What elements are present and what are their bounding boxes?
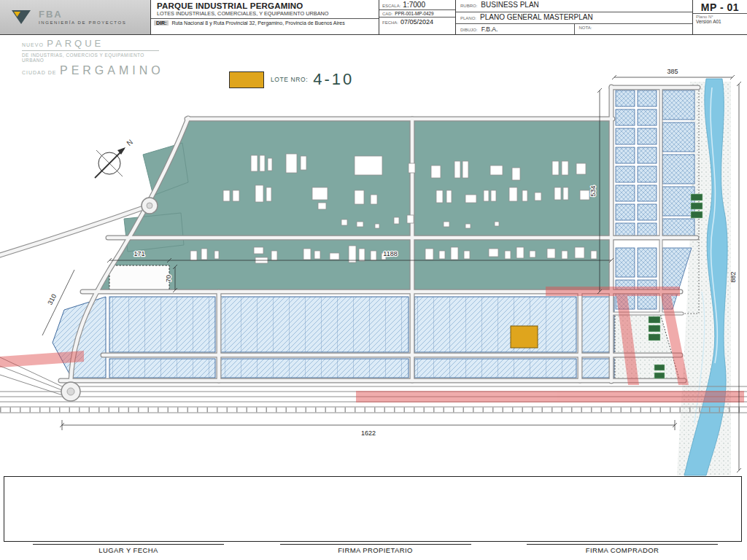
plano-value: PLANO GENERAL MASTERPLAN <box>480 13 593 21</box>
version-label: Versión <box>696 19 712 24</box>
logo-cell: FBA INGENIERÍA DE PROYECTOS <box>0 0 151 34</box>
dir-value: Ruta Nacional 8 y Ruta Provincial 32, Pe… <box>171 20 344 26</box>
signature-place-date: LUGAR Y FECHA <box>33 544 224 554</box>
signature-row: LUGAR Y FECHA FIRMA PROPIETARIO FIRMA CO… <box>4 544 743 554</box>
logo-tagline: INGENIERÍA DE PROYECTOS <box>39 20 126 25</box>
logo-brand: FBA <box>39 9 126 19</box>
dir-label: DIR: <box>154 20 169 26</box>
dashed-reserved-lot <box>109 265 169 290</box>
dibujo-value: F.B.A. <box>481 26 498 33</box>
dibujo-label: DIBUJO: <box>460 28 478 32</box>
parcel-subdivisions <box>109 297 576 378</box>
nota-label: NOTA: <box>579 26 592 30</box>
project-subtitle: LOTES INDUSTRIALES, COMERCIALES, Y EQUIP… <box>151 10 379 18</box>
dim-534: 534 <box>589 185 597 196</box>
sheet-number: MP - 01 <box>693 0 747 13</box>
meta-cell: ESCALA: 1:7000 CAD: PPR-001-MP-0429 FECH… <box>379 0 456 34</box>
highlighted-lot-4-10 <box>511 326 538 348</box>
signature-buyer: FIRMA COMPRADOR <box>527 544 718 554</box>
rubro-label: RUBRO: <box>460 4 477 8</box>
dim-882: 882 <box>729 271 737 282</box>
project-title: PARQUE INDUSTRIAL PERGAMINO <box>151 0 379 10</box>
dim-310: 310 <box>46 293 58 306</box>
dim-171: 171 <box>133 250 144 257</box>
fecha-value: 07/05/2024 <box>400 18 433 26</box>
compass-north-label: N <box>125 138 135 147</box>
escala-label: ESCALA: <box>382 4 400 8</box>
dim-1188: 1188 <box>383 250 397 257</box>
sheet-plano-n: Plano N° <box>693 13 747 19</box>
grid-lots <box>616 90 694 309</box>
dim-70: 70 <box>165 275 172 282</box>
masterplan-drawing: N 385 534 882 171 1188 70 3 <box>0 35 747 476</box>
dim-385: 385 <box>667 68 678 75</box>
info-cell: RUBRO: BUSINESS PLAN PLANO: PLANO GENERA… <box>456 0 693 34</box>
signature-owner: FIRMA PROPIETARIO <box>280 544 471 554</box>
north-compass-icon: N <box>95 138 134 178</box>
rubro-value: BUSINESS PLAN <box>481 1 538 9</box>
fecha-label: FECHA: <box>382 20 398 25</box>
signature-box <box>4 476 742 542</box>
version-value: A01 <box>713 19 721 24</box>
escala-value: 1:7000 <box>403 1 425 9</box>
masterplan-sheet: FBA INGENIERÍA DE PROYECTOS PARQUE INDUS… <box>0 0 747 560</box>
title-block: FBA INGENIERÍA DE PROYECTOS PARQUE INDUS… <box>0 0 747 35</box>
project-cell: PARQUE INDUSTRIAL PERGAMINO LOTES INDUST… <box>151 0 379 34</box>
sheet-cell: MP - 01 Plano N° Versión A01 <box>693 0 747 34</box>
dim-1622: 1622 <box>361 429 376 437</box>
plano-label: PLANO: <box>460 16 476 20</box>
cad-value: PPR-001-MP-0429 <box>395 11 433 16</box>
fba-logo-icon <box>10 9 32 26</box>
industrial-zone <box>94 118 611 292</box>
cad-label: CAD: <box>382 12 392 16</box>
